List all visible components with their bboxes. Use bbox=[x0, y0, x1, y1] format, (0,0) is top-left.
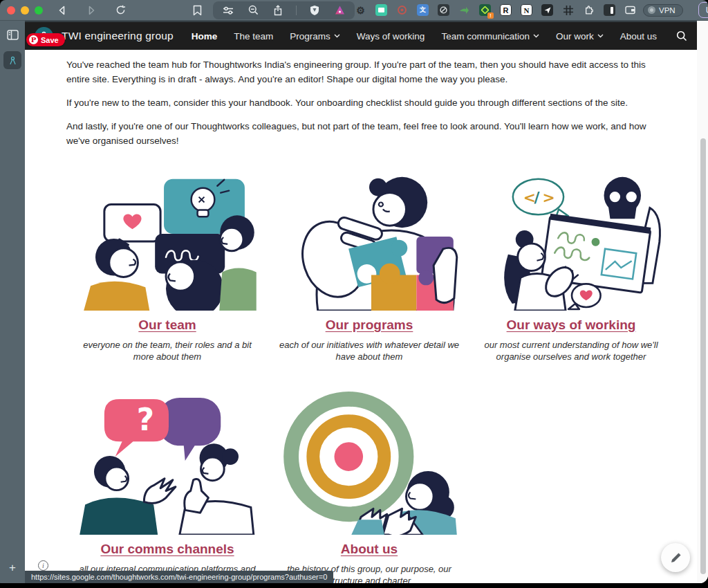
gear-extension-icon[interactable]: ⚙ bbox=[355, 4, 366, 16]
nav-item-home[interactable]: Home bbox=[192, 31, 218, 42]
toolbar-divider bbox=[296, 6, 297, 15]
about-us-link[interactable]: About us bbox=[341, 542, 398, 557]
triangle-extension-icon[interactable] bbox=[333, 3, 346, 17]
nav-item-team-communication[interactable]: Team communication bbox=[441, 31, 539, 42]
svg-text:/: / bbox=[534, 189, 540, 206]
screen-extension-icon[interactable] bbox=[375, 4, 387, 16]
nav-item-ways-of-working[interactable]: Ways of working bbox=[357, 31, 425, 42]
back-icon[interactable] bbox=[55, 3, 69, 17]
notion-extension-icon[interactable]: N bbox=[521, 4, 532, 16]
chevron-down-icon bbox=[334, 34, 340, 38]
update-button[interactable]: Update bbox=[698, 2, 708, 17]
site-info-icon[interactable]: i bbox=[38, 560, 48, 571]
page-content: You've reached the team hub for Thoughtw… bbox=[25, 50, 708, 583]
our-ways-of-working-illustration[interactable]: < / > bbox=[478, 167, 664, 311]
intro-text: You've reached the team hub for Thoughtw… bbox=[66, 58, 667, 149]
intro-paragraph: You've reached the team hub for Thoughtw… bbox=[66, 58, 651, 87]
bookmark-icon[interactable] bbox=[193, 3, 202, 17]
svg-text:>: > bbox=[542, 189, 555, 206]
section-cards-grid: Our team everyone on the team, their rol… bbox=[66, 167, 667, 583]
zoom-window-button[interactable] bbox=[35, 6, 43, 15]
our-comms-channels-illustration[interactable]: ? bbox=[75, 391, 260, 535]
scrollbar-track[interactable] bbox=[697, 21, 708, 583]
site-viewport: TWI engineering group Home The team Prog… bbox=[25, 21, 708, 583]
card-our-ways-of-working: < / > bbox=[470, 167, 672, 363]
svg-text:?: ? bbox=[137, 403, 154, 437]
our-ways-of-working-link[interactable]: Our ways of working bbox=[507, 318, 636, 333]
our-team-illustration[interactable] bbox=[75, 167, 260, 311]
pinterest-icon: P bbox=[29, 35, 38, 44]
our-team-description: everyone on the team, their roles and a … bbox=[66, 339, 268, 363]
share-icon[interactable] bbox=[271, 3, 285, 17]
edit-page-button[interactable] bbox=[661, 543, 690, 572]
r-extension-icon[interactable]: R bbox=[500, 4, 512, 16]
incognito-extension-icon[interactable] bbox=[438, 4, 449, 16]
nav-item-about-us[interactable]: About us bbox=[620, 31, 657, 42]
site-title[interactable]: TWI engineering group bbox=[62, 30, 174, 42]
reload-icon[interactable] bbox=[113, 3, 127, 17]
tune-sliders-icon[interactable] bbox=[221, 3, 235, 17]
our-team-link[interactable]: Our team bbox=[138, 318, 196, 333]
nav-item-programs[interactable]: Programs bbox=[290, 31, 340, 42]
translate-extension-icon[interactable]: 文 bbox=[417, 4, 429, 16]
target-extension-icon[interactable] bbox=[396, 4, 408, 16]
send-extension-icon[interactable] bbox=[541, 4, 553, 16]
traffic-lights bbox=[7, 6, 43, 15]
pinterest-save-button[interactable]: PSave bbox=[26, 33, 65, 46]
status-bar-url: https://sites.google.com/thoughtworks.co… bbox=[25, 571, 333, 583]
our-programs-link[interactable]: Our programs bbox=[326, 318, 413, 333]
zoom-out-icon[interactable] bbox=[246, 3, 260, 17]
forward-icon[interactable] bbox=[84, 3, 98, 17]
card-about-us: About us the history of this group, our … bbox=[268, 391, 470, 583]
card-our-programs: PSave Our programs each of our initiativ… bbox=[268, 167, 470, 363]
close-window-button[interactable] bbox=[7, 6, 15, 15]
active-tab-favicon[interactable] bbox=[3, 51, 21, 69]
about-us-illustration[interactable] bbox=[277, 391, 462, 535]
vertical-tab-strip: + bbox=[0, 21, 25, 583]
site-nav-items: Home The team Programs Ways of working T… bbox=[192, 30, 687, 42]
browser-toolbar: ⚙ 文 ! R N VPN Update bbox=[0, 0, 708, 21]
window-bottom-edge bbox=[0, 583, 708, 588]
minimize-window-button[interactable] bbox=[21, 6, 29, 15]
puzzle-extensions-icon[interactable] bbox=[583, 4, 595, 16]
our-ways-of-working-description: our most current understanding of how we… bbox=[470, 339, 672, 363]
sidebar-toggle-icon[interactable] bbox=[6, 28, 19, 42]
nav-item-our-work[interactable]: Our work bbox=[556, 31, 604, 42]
our-programs-description: each of our initiatives with whatever de… bbox=[268, 339, 470, 363]
vpn-button[interactable]: VPN bbox=[643, 4, 683, 17]
extensions-row: ⚙ 文 ! R N bbox=[355, 4, 636, 16]
shield-extension-icon[interactable] bbox=[308, 3, 322, 17]
sidebar-panel-extension-icon[interactable] bbox=[604, 4, 615, 16]
new-tab-button[interactable]: + bbox=[0, 561, 25, 575]
green-arrow-extension-icon[interactable] bbox=[458, 4, 470, 16]
search-icon[interactable] bbox=[676, 30, 687, 42]
chevron-down-icon bbox=[597, 34, 604, 38]
intro-paragraph: And lastly, if you're one of our Thought… bbox=[66, 120, 651, 149]
nav-item-the-team[interactable]: The team bbox=[234, 31, 273, 42]
card-our-comms-channels: ? bbox=[66, 391, 268, 583]
our-programs-illustration[interactable] bbox=[277, 167, 462, 311]
pencil-icon bbox=[670, 552, 682, 564]
intro-paragraph: If you're new to the team, consider this… bbox=[66, 96, 651, 111]
site-header: TWI engineering group Home The team Prog… bbox=[25, 21, 697, 50]
scrollbar-thumb[interactable] bbox=[700, 138, 706, 574]
card-our-team: Our team everyone on the team, their rol… bbox=[66, 167, 268, 363]
vpn-status-icon bbox=[648, 6, 655, 14]
page-tools-group bbox=[213, 1, 355, 19]
wallet-extension-icon[interactable] bbox=[624, 4, 636, 16]
chevron-down-icon bbox=[533, 34, 539, 38]
diamond-extension-icon[interactable]: ! bbox=[479, 4, 491, 16]
browser-window: ⚙ 文 ! R N VPN Update + bbox=[0, 0, 708, 588]
our-comms-channels-link[interactable]: Our comms channels bbox=[100, 542, 234, 557]
grid-extension-icon[interactable] bbox=[562, 4, 574, 16]
